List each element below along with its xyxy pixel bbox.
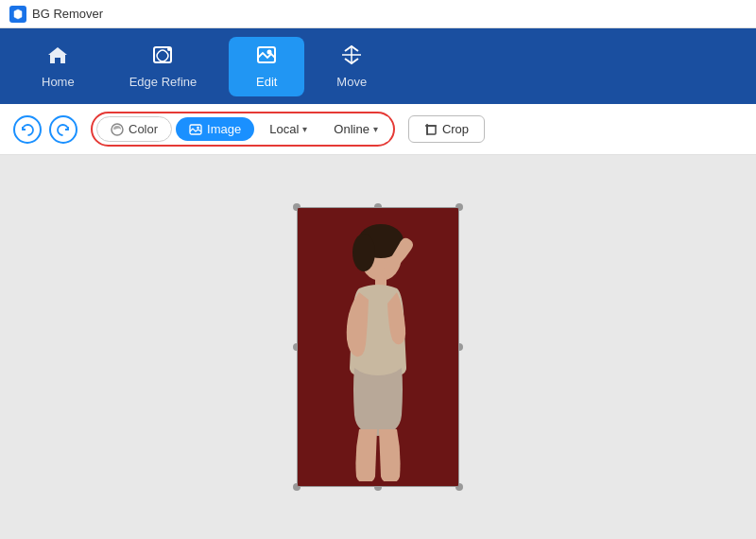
- color-icon: [111, 123, 124, 136]
- svg-point-2: [167, 47, 171, 51]
- move-icon: [340, 44, 363, 69]
- online-dropdown[interactable]: Online ▾: [322, 116, 389, 142]
- nav-label-home: Home: [42, 75, 75, 89]
- toolbar: Color Image Local ▾ Online ▾ Crop: [0, 104, 756, 155]
- redo-button[interactable]: [49, 115, 77, 144]
- nav-label-move: Move: [336, 75, 367, 89]
- nav-item-edit[interactable]: Edit: [229, 37, 304, 96]
- svg-point-15: [352, 234, 375, 271]
- edit-icon: [255, 44, 278, 69]
- nav-item-home[interactable]: Home: [19, 37, 97, 96]
- crop-icon: [424, 123, 438, 136]
- person-figure: [326, 217, 430, 481]
- undo-button[interactable]: [13, 115, 42, 144]
- image-bg: [297, 207, 459, 487]
- navbar: Home Edge Refine Edit: [0, 28, 756, 104]
- app-icon: [9, 6, 26, 23]
- image-icon: [189, 123, 202, 136]
- svg-point-4: [267, 49, 272, 54]
- svg-rect-10: [427, 126, 436, 134]
- svg-point-7: [112, 124, 123, 135]
- nav-item-edge-refine[interactable]: Edge Refine: [107, 37, 220, 96]
- image-button[interactable]: Image: [176, 117, 254, 141]
- home-icon: [46, 44, 69, 69]
- nav-item-move[interactable]: Move: [314, 37, 389, 96]
- online-chevron-icon: ▾: [373, 124, 378, 134]
- app-name-label: BG Remover: [32, 7, 103, 21]
- canvas-area: [0, 155, 756, 539]
- local-dropdown[interactable]: Local ▾: [258, 116, 318, 142]
- image-container: [297, 207, 459, 487]
- nav-label-edge-refine: Edge Refine: [129, 75, 198, 89]
- titlebar: BG Remover: [0, 0, 756, 28]
- bg-options-group: Color Image Local ▾ Online ▾: [91, 112, 395, 147]
- local-chevron-icon: ▾: [302, 124, 307, 134]
- crop-button[interactable]: Crop: [408, 115, 485, 143]
- edge-refine-icon: [151, 44, 174, 69]
- svg-point-9: [197, 126, 199, 129]
- nav-label-edit: Edit: [256, 75, 277, 89]
- color-button[interactable]: Color: [96, 116, 172, 142]
